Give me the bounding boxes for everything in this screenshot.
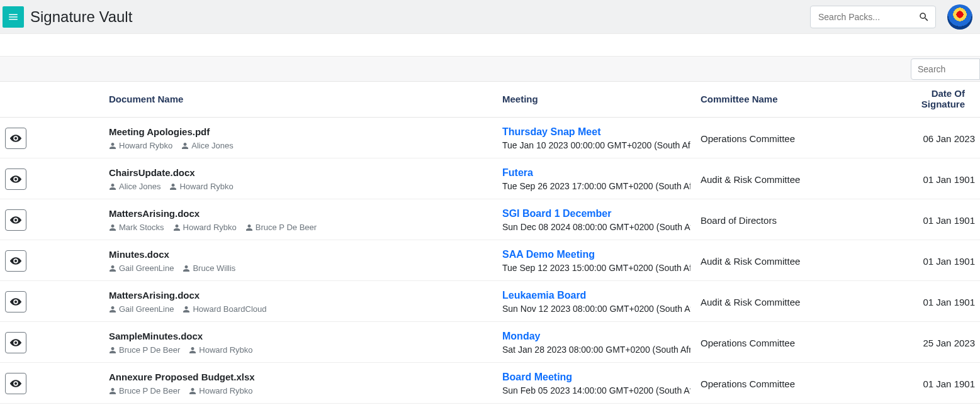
signer-name: Howard Rybko bbox=[199, 345, 252, 355]
signers-list: Mark StocksHoward RybkoBruce P De Beer bbox=[109, 223, 492, 232]
meeting-time: Tue Sep 26 2023 17:00:00 GMT+0200 (South… bbox=[502, 181, 690, 191]
view-button[interactable] bbox=[5, 332, 26, 353]
document-name: Minutes.docx bbox=[109, 249, 492, 260]
menu-icon bbox=[8, 11, 19, 23]
table-row: MattersArising.docxMark StocksHoward Ryb… bbox=[0, 199, 980, 240]
document-name: MattersArising.docx bbox=[109, 208, 492, 219]
eye-icon bbox=[9, 377, 22, 390]
meeting-link[interactable]: Thursday Snap Meet bbox=[502, 126, 690, 138]
eye-icon bbox=[9, 255, 22, 267]
view-button[interactable] bbox=[5, 250, 26, 272]
person-icon bbox=[109, 183, 116, 191]
filter-row bbox=[0, 57, 980, 82]
signer-name: Bruce P De Beer bbox=[119, 386, 180, 395]
signer-name: Howard BoardCloud bbox=[193, 304, 266, 314]
signer: Alice Jones bbox=[109, 182, 161, 191]
view-button[interactable] bbox=[5, 373, 26, 394]
cell-view bbox=[0, 158, 104, 199]
cell-document: Annexure Proposed Budget.xlsxBruce P De … bbox=[104, 363, 497, 404]
cell-document: Meeting Apologies.pdfHoward RybkoAlice J… bbox=[104, 118, 497, 158]
signers-list: Howard RybkoAlice Jones bbox=[109, 141, 492, 150]
meeting-link[interactable]: Board Meeting bbox=[502, 372, 690, 383]
view-button[interactable] bbox=[5, 128, 26, 149]
eye-icon bbox=[9, 214, 22, 226]
meeting-link[interactable]: SAA Demo Meeting bbox=[502, 249, 690, 260]
person-icon bbox=[189, 387, 196, 395]
table-row: Meeting Apologies.pdfHoward RybkoAlice J… bbox=[0, 118, 980, 158]
cell-meeting: SGI Board 1 DecemberSun Dec 08 2024 08:0… bbox=[497, 199, 696, 240]
person-icon bbox=[183, 265, 190, 272]
signer: Howard Rybko bbox=[173, 223, 237, 232]
topbar: Signature Vault bbox=[0, 0, 980, 34]
signer-name: Gail GreenLine bbox=[119, 263, 174, 273]
cell-view bbox=[0, 240, 104, 281]
person-icon bbox=[173, 224, 181, 231]
cell-meeting: Board MeetingSun Feb 05 2023 14:00:00 GM… bbox=[497, 363, 696, 404]
signer-name: Bruce P De Beer bbox=[256, 223, 317, 232]
signature-table: Document Name Meeting Committee Name Dat… bbox=[0, 82, 980, 404]
cell-meeting: Leukaemia BoardSun Nov 12 2023 08:00:00 … bbox=[497, 281, 696, 322]
meeting-link[interactable]: Futera bbox=[502, 167, 690, 179]
cell-view bbox=[0, 322, 104, 363]
table-header-row: Document Name Meeting Committee Name Dat… bbox=[0, 82, 980, 118]
signer: Alice Jones bbox=[181, 141, 233, 150]
meeting-link[interactable]: SGI Board 1 December bbox=[502, 208, 690, 219]
spacer-strip bbox=[0, 34, 980, 57]
signer-name: Bruce Willis bbox=[193, 263, 235, 273]
person-icon bbox=[189, 346, 196, 354]
meeting-time: Tue Jan 10 2023 00:00:00 GMT+0200 (South… bbox=[502, 140, 690, 150]
meeting-link[interactable]: Leukaemia Board bbox=[502, 290, 690, 301]
signer: Howard Rybko bbox=[189, 386, 252, 395]
cell-meeting: Thursday Snap MeetTue Jan 10 2023 00:00:… bbox=[497, 118, 696, 158]
signer: Howard Rybko bbox=[109, 141, 172, 150]
meeting-link[interactable]: Monday bbox=[502, 331, 690, 342]
signer: Bruce P De Beer bbox=[245, 223, 317, 232]
cell-view bbox=[0, 199, 104, 240]
signer-name: Howard Rybko bbox=[179, 182, 233, 191]
col-header-view bbox=[0, 82, 104, 118]
signers-list: Gail GreenLineBruce Willis bbox=[109, 263, 492, 273]
meeting-time: Sun Dec 08 2024 08:00:00 GMT+0200 (South… bbox=[502, 222, 690, 232]
signer: Gail GreenLine bbox=[109, 263, 174, 273]
col-header-date[interactable]: Date Of Signature bbox=[894, 82, 980, 118]
document-name: SampleMinutes.docx bbox=[109, 331, 492, 341]
document-name: Annexure Proposed Budget.xlsx bbox=[109, 372, 492, 382]
cell-document: MattersArising.docxMark StocksHoward Ryb… bbox=[104, 199, 497, 240]
cell-date: 01 Jan 1901 bbox=[894, 199, 980, 240]
cell-committee: Operations Committee bbox=[696, 118, 894, 158]
cell-committee: Operations Committee bbox=[696, 363, 894, 404]
signer: Bruce Willis bbox=[183, 263, 235, 273]
hamburger-button[interactable] bbox=[3, 6, 24, 28]
cell-committee: Audit & Risk Committee bbox=[696, 240, 894, 281]
cell-committee: Audit & Risk Committee bbox=[696, 158, 894, 199]
view-button[interactable] bbox=[5, 169, 26, 190]
signers-list: Gail GreenLineHoward BoardCloud bbox=[109, 304, 492, 314]
meeting-time: Sat Jan 28 2023 08:00:00 GMT+0200 (South… bbox=[502, 345, 690, 355]
view-button[interactable] bbox=[5, 291, 26, 312]
cell-document: SampleMinutes.docxBruce P De BeerHoward … bbox=[104, 322, 497, 363]
cell-view bbox=[0, 118, 104, 158]
table-row: Annexure Proposed Budget.xlsxBruce P De … bbox=[0, 363, 980, 404]
eye-icon bbox=[9, 336, 22, 349]
col-header-committee[interactable]: Committee Name bbox=[696, 82, 894, 118]
signers-list: Bruce P De BeerHoward Rybko bbox=[109, 386, 492, 395]
col-header-doc[interactable]: Document Name bbox=[104, 82, 497, 118]
person-icon bbox=[109, 142, 116, 150]
document-name: MattersArising.docx bbox=[109, 290, 492, 301]
document-name: ChairsUpdate.docx bbox=[109, 167, 492, 178]
signer-name: Alice Jones bbox=[191, 141, 233, 150]
signer: Mark Stocks bbox=[109, 223, 164, 232]
table-search-input[interactable] bbox=[911, 58, 980, 80]
view-button[interactable] bbox=[5, 209, 26, 231]
col-header-meeting[interactable]: Meeting bbox=[497, 82, 696, 118]
person-icon bbox=[183, 306, 190, 313]
table-row: Minutes.docxGail GreenLineBruce WillisSA… bbox=[0, 240, 980, 281]
cell-document: MattersArising.docxGail GreenLineHoward … bbox=[104, 281, 497, 322]
cell-committee: Audit & Risk Committee bbox=[696, 281, 894, 322]
cell-date: 01 Jan 1901 bbox=[894, 281, 980, 322]
table-row: ChairsUpdate.docxAlice JonesHoward Rybko… bbox=[0, 158, 980, 199]
user-avatar[interactable] bbox=[947, 4, 972, 30]
meeting-time: Sun Nov 12 2023 08:00:00 GMT+0200 (South… bbox=[502, 304, 690, 314]
search-packs-input[interactable] bbox=[810, 6, 936, 28]
table-row: MattersArising.docxGail GreenLineHoward … bbox=[0, 281, 980, 322]
